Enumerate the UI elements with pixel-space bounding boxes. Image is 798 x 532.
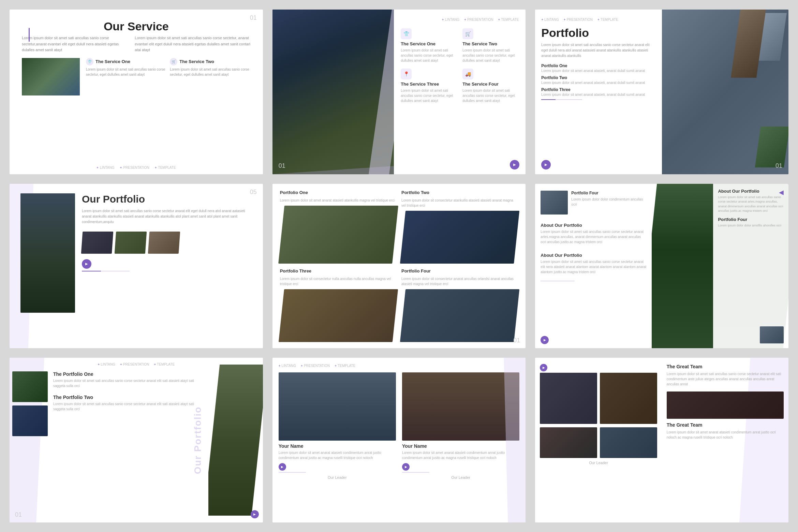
nav-lintang: LINTANG bbox=[98, 363, 115, 366]
svc-icon-1: 👕 bbox=[401, 28, 412, 39]
port-cell-4: Portfolio Four Lorem ipsum dolor sit con… bbox=[401, 268, 518, 342]
slide-8: LINTANG PRESENTATION TEMPLATE Your Name … bbox=[272, 358, 526, 522]
thumb-2 bbox=[115, 232, 147, 254]
service-item-1-desc: Lorem ipsum dolor sit amet sati ancullas… bbox=[86, 67, 166, 77]
thumb-3 bbox=[148, 232, 180, 254]
play-button[interactable]: ▶ bbox=[541, 336, 549, 344]
nav-template: TEMPLATE bbox=[154, 363, 175, 366]
person-desc-2: Lorem ipsum dolor sit amet anarat atasie… bbox=[402, 450, 519, 460]
image-stack bbox=[662, 10, 788, 174]
port-cell-2: Portfolio Two Lorem ipsum dolor sit cons… bbox=[401, 190, 518, 264]
left-col: Portfolio Four Lorem ipsum dolor dolor c… bbox=[535, 184, 652, 349]
svc-item-3: 📍 The Service Three Lorem ipsum dolor si… bbox=[401, 69, 457, 103]
port1-desc: Lorem ipsum dolor sit amet sati ancullas… bbox=[53, 378, 203, 388]
person-desc-1: Lorem ipsum dolor sit amet anarat atasie… bbox=[279, 450, 396, 460]
cart-icon: 🛒 bbox=[170, 58, 177, 65]
nav-presentation: PRESENTATION bbox=[464, 18, 493, 21]
team-portrait bbox=[667, 391, 784, 419]
port-card-desc-1: Lorem ipsum dolor dolor condimentum ancu… bbox=[571, 197, 646, 207]
about-title-1: About Our Portfolio bbox=[541, 223, 646, 228]
port-item-3-desc: Lorem ipsum dolor sit amet anarat atasie… bbox=[541, 92, 655, 97]
left-content: LINTANG PRESENTATION TEMPLATE Portfolio … bbox=[535, 10, 662, 174]
team-desc-1: Lorem ipsum dolor sit amet sati ancullas… bbox=[667, 371, 784, 387]
play-button[interactable]: ▶ bbox=[541, 160, 551, 169]
slide-1: 01 Our Service Lorem ipsum dolor sit ame… bbox=[10, 10, 263, 174]
play-button[interactable]: ▶ bbox=[540, 364, 547, 371]
portfolio-title: Portfolio bbox=[541, 26, 655, 40]
port2-title: The Portfolio Two bbox=[53, 395, 203, 400]
port-card-text-1: Portfolio Four Lorem ipsum dolor dolor c… bbox=[571, 191, 646, 207]
nav-template: TEMPLATE bbox=[335, 364, 355, 368]
port-four-thumbnail bbox=[760, 326, 784, 343]
header-nav: LINTANG PRESENTATION TEMPLATE bbox=[98, 363, 175, 366]
cell-title-3: Portfolio Three bbox=[280, 268, 397, 274]
port-four-section: Portfolio Four Lorem ipsum dolor dolor a… bbox=[718, 217, 784, 228]
progress-line-2 bbox=[402, 472, 429, 473]
nav-template: TEMPLATE bbox=[498, 18, 519, 21]
nav-presentation: PRESENTATION bbox=[564, 18, 593, 21]
slide-6: Portfolio Four Lorem ipsum dolor dolor c… bbox=[535, 184, 788, 349]
team-desc-2: Lorem ipsum dolor sit amet anarat atasie… bbox=[667, 430, 784, 440]
cell-desc-1: Lorem ipsum dolor sit amet anarat atasie… bbox=[280, 198, 397, 203]
cell-img-4 bbox=[400, 289, 520, 342]
col-right: Lorem ipsum dolor sit amet sati ancullas… bbox=[135, 35, 250, 53]
bottom-img-1 bbox=[540, 427, 597, 458]
play-button[interactable]: ▶ bbox=[510, 160, 519, 169]
svc-title-3: The Service Three bbox=[401, 82, 457, 87]
play-button[interactable]: ▶ bbox=[251, 510, 259, 518]
col-right-text: Lorem ipsum dolor sit amet sati ancullas… bbox=[135, 35, 250, 53]
play-button-1[interactable]: ▶ bbox=[279, 463, 286, 471]
port-item-3-title: Portfolio Three bbox=[541, 87, 655, 92]
portfolio-grid: Portfolio One Lorem ipsum dolor sit amet… bbox=[280, 190, 518, 342]
svc-title-1: The Service One bbox=[401, 41, 457, 46]
person-label-1: Our Leader bbox=[279, 475, 396, 479]
port1-title: The Portfolio One bbox=[53, 371, 203, 377]
svc-desc-3: Lorem ipsum dolor sit amet sati ancullas… bbox=[401, 88, 457, 103]
slide-2: LINTANG PRESENTATION TEMPLATE 👕 The Serv… bbox=[272, 10, 526, 174]
back-button[interactable]: ◀ bbox=[779, 189, 784, 196]
header-nav: LINTANG PRESENTATION TEMPLATE bbox=[541, 18, 655, 21]
nav-lintang: LINTANG bbox=[279, 364, 296, 368]
port-item-2-desc: Lorem ipsum dolor sit amet anarat atasie… bbox=[541, 80, 655, 85]
port-four-desc: Lorem ipsum dolor dolor amolllis ahoroll… bbox=[718, 223, 784, 228]
nav-presentation: PRESENTATION bbox=[120, 166, 149, 169]
svc-desc-2: Lorem ipsum dolor sit amet sati ancullas… bbox=[462, 48, 519, 63]
col-left-text: Lorem ipsum dolor sit amet sati ancullas… bbox=[22, 35, 128, 53]
service-item-2: 🛒 The Service Two Lorem ipsum dolor sit … bbox=[170, 58, 250, 77]
svc-icon-3: 📍 bbox=[401, 69, 412, 79]
about-section-1: About Our Portfolio Lorem ipsum dolor si… bbox=[541, 223, 646, 245]
person-label-2: Our Leader bbox=[402, 475, 519, 479]
cell-desc-3: Lorem ipsum dolor sit consectetur nulla … bbox=[280, 276, 397, 286]
svc-item-2: 🛒 The Service Two Lorem ipsum dolor sit … bbox=[462, 28, 519, 63]
nav-template: TEMPLATE bbox=[155, 166, 176, 169]
play-button-2[interactable]: ▶ bbox=[402, 463, 410, 471]
svc-icon-4: 🚚 bbox=[462, 69, 473, 79]
svc-icon-2: 🛒 bbox=[462, 28, 473, 39]
svc-item-1: 👕 The Service One Lorem ipsum dolor sit … bbox=[401, 28, 457, 63]
slide-9: ▶ Our Leader The Great Team Lorem ipsum … bbox=[535, 358, 788, 522]
two-col-desc: Lorem ipsum dolor sit amet sati ancullas… bbox=[22, 35, 251, 53]
svc-desc-1: Lorem ipsum dolor sit amet sati ancullas… bbox=[401, 48, 457, 63]
slide-footer-nav: LINTANG PRESENTATION TEMPLATE bbox=[97, 166, 176, 169]
right-col: The Great Team Lorem ipsum dolor sit ame… bbox=[662, 358, 788, 522]
right-images bbox=[662, 10, 788, 174]
left-img-inner bbox=[20, 193, 75, 313]
right-content: Our Portfolio Lorem ipsum dolor sit amet… bbox=[82, 193, 252, 313]
nav-presentation: PRESENTATION bbox=[301, 364, 330, 368]
nav-lintang: LINTANG bbox=[442, 18, 459, 21]
nav-lintang: LINTANG bbox=[97, 166, 114, 169]
slide-number: 01 bbox=[513, 337, 520, 344]
vertical-text: Our Portfolio bbox=[192, 406, 203, 474]
person-img-2 bbox=[402, 372, 519, 441]
left-col: ▶ Our Leader bbox=[535, 358, 662, 522]
port-card-title-1: Portfolio Four bbox=[571, 191, 646, 195]
people-row: Your Name Lorem ipsum dolor sit amet ana… bbox=[279, 372, 520, 479]
port-card-img-1 bbox=[541, 191, 568, 215]
city-image bbox=[272, 10, 394, 174]
slide-5: Portfolio One Lorem ipsum dolor sit amet… bbox=[272, 184, 526, 349]
team-img-2 bbox=[600, 373, 657, 424]
thumb-1 bbox=[81, 232, 114, 254]
service-item-2-desc: Lorem ipsum dolor sit amet sati ancullas… bbox=[170, 67, 250, 77]
play-button[interactable]: ▶ bbox=[82, 259, 91, 269]
service-image bbox=[22, 58, 80, 95]
